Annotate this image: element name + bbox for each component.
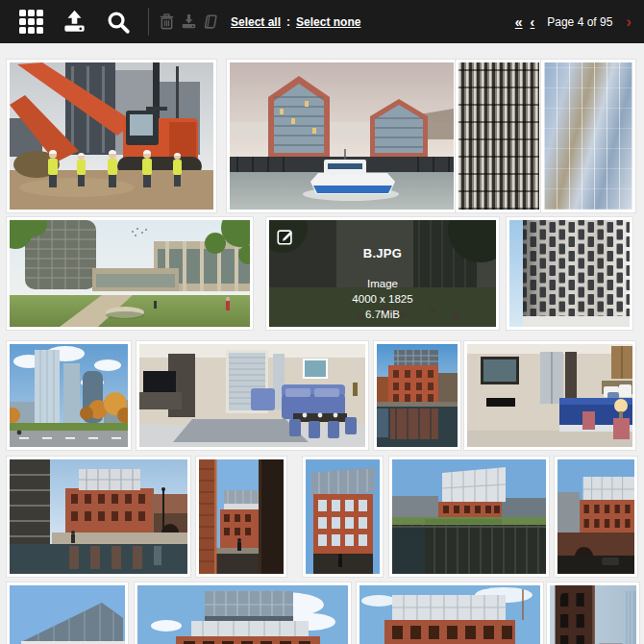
thumbnail-roofline-sky[interactable] <box>6 582 129 644</box>
thumbnail-building-fence[interactable] <box>388 456 550 578</box>
thumbnail-building-bridge[interactable] <box>554 456 638 578</box>
thumbnail-cylindrical-tower[interactable] <box>506 216 633 331</box>
previous-page-link[interactable]: ‹ <box>531 14 535 30</box>
thumbnail-grid: B.JPG Image 4000 x 1825 6.7MiB <box>0 43 644 644</box>
thumbnail-red-building-portrait[interactable] <box>302 456 384 578</box>
select-links-separator: : <box>286 15 290 29</box>
thumbnail-living-room[interactable] <box>136 340 369 451</box>
city-skyline-photo <box>10 344 128 447</box>
thumbnail-campus-render[interactable] <box>6 216 254 331</box>
toolbar: Select all : Select none « ‹ Page 4 of 9… <box>0 0 644 43</box>
copy-button[interactable] <box>201 12 219 31</box>
next-page-link[interactable]: › <box>626 13 632 30</box>
delete-icon <box>158 12 176 31</box>
bedroom-photo <box>467 344 632 447</box>
brick-framed-photo <box>199 459 284 574</box>
thumbnail-glass-facade[interactable] <box>540 59 636 213</box>
delete-button[interactable] <box>158 12 176 31</box>
red-building-portrait-photo <box>306 459 380 574</box>
copy-documents-icon <box>201 12 219 31</box>
asset-kind: Image <box>269 276 496 291</box>
search-button[interactable] <box>106 10 131 35</box>
thumbnail-waterfront-apartments-ferry[interactable] <box>226 59 458 213</box>
thumbnail-red-white-building[interactable] <box>356 582 544 644</box>
grid-view-button[interactable] <box>19 10 43 34</box>
red-white-building-photo <box>359 585 540 644</box>
thumbnail-cantilever-clouds[interactable] <box>134 582 352 644</box>
download-icon <box>180 12 198 31</box>
first-page-link[interactable]: « <box>515 14 523 30</box>
upload-button[interactable] <box>62 9 87 35</box>
edit-asset-button[interactable] <box>276 227 295 246</box>
download-button[interactable] <box>180 12 198 31</box>
grid-view-icon <box>19 10 43 34</box>
thumbnail-canal-reflection[interactable] <box>373 340 461 451</box>
page-status: Page 4 of 95 <box>547 15 612 29</box>
edit-icon <box>276 227 295 246</box>
select-none-link[interactable]: Select none <box>296 15 360 29</box>
building-fence-photo <box>392 459 546 574</box>
roofline-sky-photo <box>10 585 125 644</box>
cylindrical-tower-photo <box>509 220 630 327</box>
thumbnail-bedroom[interactable] <box>463 340 636 451</box>
asset-overlay: B.JPG Image 4000 x 1825 6.7MiB <box>269 220 496 327</box>
building-bridge-photo <box>557 459 634 574</box>
living-room-photo <box>139 344 365 447</box>
thumbnail-canal-buildings[interactable] <box>6 456 191 578</box>
glass-facade-photo <box>544 62 632 210</box>
asset-filename: B.JPG <box>269 246 496 260</box>
canal-reflection-photo <box>377 344 458 447</box>
thumbnail-city-skyline-render[interactable] <box>6 340 132 451</box>
louvre-facade-photo <box>458 62 539 210</box>
cantilever-clouds-photo <box>137 585 348 644</box>
thumbnail-asset-b-jpg[interactable]: B.JPG Image 4000 x 1825 6.7MiB <box>265 216 500 331</box>
canal-buildings-photo <box>10 459 187 574</box>
thumbnail-brick-warehouse[interactable] <box>546 582 640 644</box>
construction-crew-photo <box>10 62 213 210</box>
thumbnail-construction-crew[interactable] <box>6 59 217 213</box>
search-icon <box>106 10 131 35</box>
thumbnail-louvre-facade[interactable] <box>455 59 543 213</box>
thumbnail-brick-framed-view[interactable] <box>195 456 287 578</box>
pagination: « ‹ Page 4 of 95 › <box>511 0 632 43</box>
brick-warehouse-photo <box>550 585 636 644</box>
select-all-link[interactable]: Select all <box>231 15 281 29</box>
campus-render-photo <box>10 220 250 327</box>
asset-dimensions: 4000 x 1825 <box>269 291 496 307</box>
upload-icon <box>62 9 87 35</box>
asset-filesize: 6.7MiB <box>269 307 496 322</box>
waterfront-ferry-photo <box>230 62 454 210</box>
toolbar-divider <box>148 8 149 36</box>
asset-metadata: Image 4000 x 1825 6.7MiB <box>269 276 496 322</box>
